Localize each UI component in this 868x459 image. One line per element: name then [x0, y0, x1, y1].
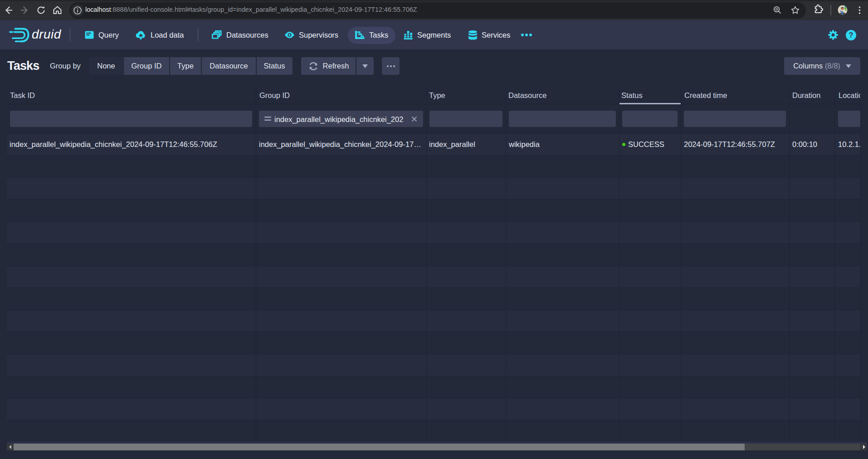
svg-text:?: ?	[849, 31, 853, 39]
svg-text:druid: druid	[32, 27, 62, 41]
